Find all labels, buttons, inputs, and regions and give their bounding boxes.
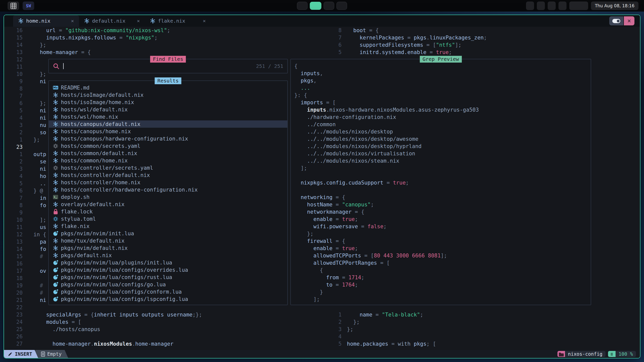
file-result-item[interactable]: hosts/canopus/default.nix bbox=[49, 120, 287, 128]
file-result-item[interactable]: pkgs/default.nix bbox=[49, 252, 287, 259]
line-number: 15 bbox=[4, 253, 23, 259]
code-text: }; bbox=[347, 326, 353, 332]
nix-icon bbox=[53, 128, 58, 134]
file-result-item[interactable]: deploy.sh bbox=[49, 193, 287, 201]
workspace-button[interactable] bbox=[297, 2, 308, 10]
window-close-button[interactable]: × bbox=[624, 16, 634, 25]
workspace-button[interactable] bbox=[324, 2, 334, 10]
file-result-item[interactable]: hosts/controller/default.nix bbox=[49, 171, 287, 179]
file-result-item[interactable]: hosts/isoImage/home.nix bbox=[49, 99, 287, 106]
line-number: 19 bbox=[4, 283, 23, 289]
file-result-item[interactable]: pkgs/nvim/nvim/lua/configs/rust.lua bbox=[49, 274, 287, 281]
file-result-item[interactable]: hosts/wsl/default.nix bbox=[49, 106, 287, 113]
code-text: allowedTCPPorts = [80 443 3000 6666 8081… bbox=[294, 253, 447, 259]
code-text: enable = true; bbox=[294, 216, 358, 222]
file-result-item[interactable]: hosts/controller/hardware-configuration.… bbox=[49, 186, 287, 193]
code-text: inputs.nixpkgs.follows = "nixpkgs"; bbox=[33, 35, 157, 41]
file-result-item[interactable]: stylua.toml bbox=[49, 215, 287, 222]
file-result-item[interactable]: hosts/canopus/home.nix bbox=[49, 128, 287, 135]
line-number: 6 bbox=[327, 42, 342, 48]
tab-close-icon[interactable]: × bbox=[71, 18, 74, 24]
search-input[interactable]: 251 / 251 bbox=[49, 59, 287, 73]
file-result-item[interactable]: README.md bbox=[49, 84, 287, 91]
line-number: 7 bbox=[327, 35, 342, 41]
file-result-item[interactable]: pkgs/nvim/nvim/lua/plugins/init.lua bbox=[49, 259, 287, 266]
tab-close-icon[interactable]: × bbox=[203, 18, 206, 24]
preview-line: }: { bbox=[294, 92, 591, 99]
preview-line: from = 1714; bbox=[294, 274, 591, 281]
workspace-button[interactable] bbox=[310, 2, 321, 10]
code-line: 7 kernelPackages = pkgs.linuxPackages_ze… bbox=[327, 34, 640, 41]
preview-line: hostName = "canopus"; bbox=[294, 201, 591, 208]
tab-close-icon[interactable]: × bbox=[137, 18, 140, 24]
file-result-item[interactable]: pkgs/nvim/nvim/lua/configs/lspconfig.lua bbox=[49, 295, 287, 303]
file-result-item[interactable]: hosts/isoImage/default.nix bbox=[49, 91, 287, 99]
code-text: pa bbox=[33, 239, 46, 245]
code-line: 13 home-manager = { bbox=[4, 49, 326, 56]
file-result-item[interactable]: hosts/common/secrets.yaml bbox=[49, 142, 287, 150]
status-tile bbox=[558, 2, 567, 10]
code-text: { bbox=[294, 267, 323, 273]
nix-icon bbox=[53, 158, 58, 164]
repo-pill: nixos-config bbox=[557, 351, 606, 357]
file-path: README.md bbox=[61, 85, 90, 91]
file-result-item[interactable]: hosts/controller/secrets.yaml bbox=[49, 164, 287, 171]
file-result-item[interactable]: pkgs/nvim/nvim/lua/configs/go.lua bbox=[49, 281, 287, 288]
preview-line: networking = { bbox=[294, 194, 591, 201]
code-text: name = "Tela-black"; bbox=[347, 312, 423, 318]
tab-label: flake.nix bbox=[158, 18, 185, 24]
file-result-item[interactable]: hosts/common/default.nix bbox=[49, 150, 287, 157]
code-text: { bbox=[294, 63, 298, 69]
file-result-item[interactable]: flake.lock bbox=[49, 208, 287, 215]
file-result-item[interactable]: pkgs/nvim/default.nix bbox=[49, 244, 287, 252]
line-number: 18 bbox=[4, 275, 23, 281]
scroll-percent: 100 % bbox=[616, 351, 636, 357]
file-result-item[interactable]: pkgs/nvim/nvim/lua/configs/conform.lua bbox=[49, 288, 287, 295]
tab-label: home.nix bbox=[26, 18, 50, 24]
tab-list: home.nix × default.nix × flake.nix × bbox=[4, 15, 640, 27]
editor-tab[interactable]: flake.nix × bbox=[145, 15, 211, 27]
file-result-item[interactable]: home/tux/default.nix bbox=[49, 237, 287, 244]
code-text: ]; bbox=[294, 296, 320, 302]
code-text: boot = { bbox=[347, 27, 379, 33]
code-text: nixpkgs.config.cudaSupport = true; bbox=[294, 180, 409, 186]
desktop: $W Thu Aug 08, 18:16 home.nix × default.… bbox=[0, 0, 644, 362]
topbar-left: $W bbox=[8, 2, 34, 10]
file-result-item[interactable]: hosts/common/home.nix bbox=[49, 157, 287, 164]
code-text: pkgs, bbox=[294, 78, 317, 84]
code-text: initrd.systemd.enable = true; bbox=[347, 49, 452, 55]
file-result-item[interactable]: hosts/controller/home.nix bbox=[49, 179, 287, 186]
workspace-button[interactable] bbox=[337, 2, 347, 10]
code-text: ]; bbox=[33, 217, 46, 223]
launcher-button[interactable] bbox=[8, 2, 19, 10]
lua-icon bbox=[53, 296, 58, 302]
lua-icon bbox=[53, 274, 58, 280]
code-text: enable = true; bbox=[294, 245, 358, 251]
code-text: ni bbox=[33, 297, 46, 303]
text-cursor bbox=[63, 63, 64, 69]
toggle-button[interactable] bbox=[609, 16, 623, 25]
preview-line: ./hardware-configuration.nix bbox=[294, 113, 591, 121]
file-result-item[interactable]: pkgs/nvim/nvim/init.lua bbox=[49, 230, 287, 237]
app-logo[interactable]: $W bbox=[23, 2, 34, 10]
line-number: 5 bbox=[327, 341, 342, 347]
code-text: ../../modules/nixos/desktop/hyprland bbox=[294, 143, 422, 149]
code-line: 4 bbox=[327, 333, 640, 340]
code-text: # bbox=[33, 283, 43, 289]
line-number: 16 bbox=[4, 261, 23, 267]
file-path: stylua.toml bbox=[61, 216, 96, 222]
file-result-item[interactable]: hosts/canopus/hardware-configuration.nix bbox=[49, 135, 287, 142]
file-path: hosts/common/home.nix bbox=[61, 158, 128, 164]
file-result-item[interactable]: flake.nix bbox=[49, 222, 287, 230]
editor-tab[interactable]: home.nix × bbox=[13, 15, 79, 27]
preview-line: inputs, bbox=[294, 70, 591, 77]
file-icon bbox=[41, 351, 45, 357]
file-result-item[interactable]: overlays/default.nix bbox=[49, 201, 287, 208]
code-line: 26 bbox=[4, 333, 326, 340]
file-path: pkgs/nvim/nvim/lua/configs/go.lua bbox=[61, 282, 166, 288]
nix-icon bbox=[53, 172, 58, 178]
file-result-item[interactable]: hosts/wsl/home.nix bbox=[49, 113, 287, 120]
editor-tab[interactable]: default.nix × bbox=[79, 15, 145, 27]
file-result-item[interactable]: pkgs/nvim/nvim/lua/configs/overrides.lua bbox=[49, 266, 287, 274]
line-number: 14 bbox=[4, 42, 23, 48]
